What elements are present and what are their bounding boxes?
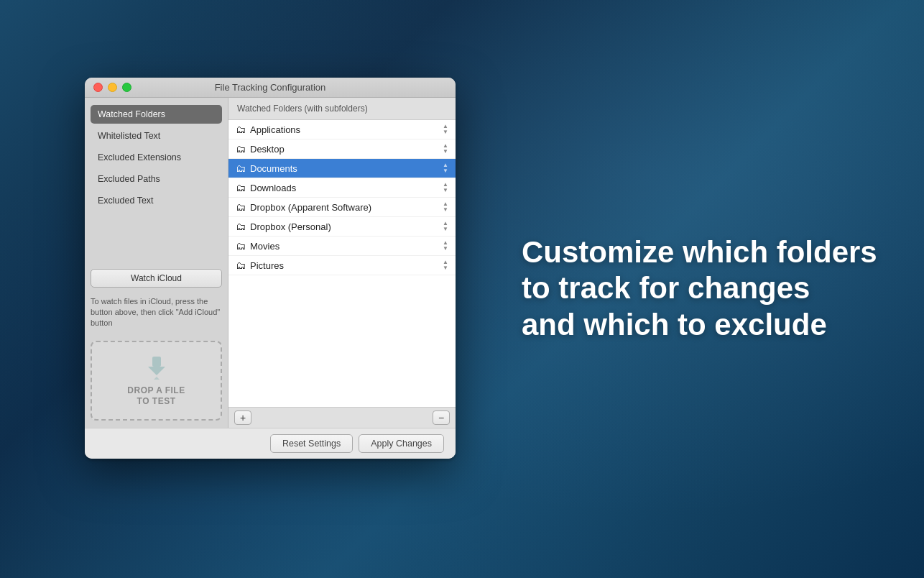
folder-item-desktop[interactable]: 🗂 Desktop ▲ ▼ [228, 139, 456, 159]
remove-folder-button[interactable]: − [433, 410, 450, 425]
window-title: File Tracking Configuration [215, 82, 326, 93]
stepper[interactable]: ▲ ▼ [443, 182, 448, 193]
sidebar-item-whitelisted-text[interactable]: Whitelisted Text [91, 127, 222, 145]
stepper[interactable]: ▲ ▼ [443, 260, 448, 271]
svg-rect-0 [152, 357, 161, 367]
folder-item-downloads[interactable]: 🗂 Downloads ▲ ▼ [228, 178, 456, 198]
drop-zone-text: DROP A FILE TO TEST [127, 385, 185, 408]
window-footer: Reset Settings Apply Changes [85, 428, 456, 459]
folder-item-dropbox-apparent[interactable]: 🗂 Dropbox (Apparent Software) ▲ ▼ [228, 198, 456, 217]
folder-item-movies[interactable]: 🗂 Movies ▲ ▼ [228, 237, 456, 256]
drop-zone[interactable]: DROP A FILE TO TEST [91, 341, 222, 421]
minimize-button[interactable] [108, 83, 117, 92]
folder-item-documents[interactable]: 🗂 Documents ▲ ▼ [228, 159, 456, 178]
close-button[interactable] [93, 83, 103, 92]
sidebar-item-excluded-paths[interactable]: Excluded Paths [91, 170, 222, 188]
maximize-button[interactable] [122, 83, 131, 92]
hero-heading: Customize which folders to track for cha… [522, 234, 881, 343]
drop-icon [144, 354, 170, 380]
stepper[interactable]: ▲ ▼ [443, 221, 448, 232]
traffic-lights [93, 83, 131, 92]
icloud-hint: To watch files in iCloud, press the butt… [91, 296, 222, 329]
sidebar-item-excluded-extensions[interactable]: Excluded Extensions [91, 148, 222, 167]
stepper[interactable]: ▲ ▼ [443, 162, 448, 174]
folder-item-applications[interactable]: 🗂 Applications ▲ ▼ [228, 120, 456, 139]
folder-icon: 🗂 [236, 201, 246, 213]
sidebar-item-watched-folders[interactable]: Watched Folders [91, 105, 222, 124]
main-window: File Tracking Configuration Watched Fold… [85, 78, 456, 459]
main-content: Watched Folders (with subfolders) 🗂 Appl… [228, 98, 456, 428]
folder-icon: 🗂 [236, 221, 246, 232]
svg-marker-2 [154, 377, 160, 380]
apply-changes-button[interactable]: Apply Changes [359, 434, 444, 453]
folder-icon: 🗂 [236, 162, 246, 174]
folder-icon: 🗂 [236, 124, 246, 135]
hero-text-block: Customize which folders to track for cha… [522, 234, 881, 343]
folder-list: 🗂 Applications ▲ ▼ 🗂 Desktop ▲ [228, 120, 456, 407]
stepper[interactable]: ▲ ▼ [443, 124, 448, 135]
sidebar-spacer [91, 213, 222, 260]
reset-settings-button[interactable]: Reset Settings [270, 434, 353, 453]
folder-icon: 🗂 [236, 182, 246, 193]
add-folder-button[interactable]: + [234, 410, 251, 425]
folder-item-pictures[interactable]: 🗂 Pictures ▲ ▼ [228, 256, 456, 275]
titlebar: File Tracking Configuration [85, 78, 456, 98]
sidebar: Watched Folders Whitelisted Text Exclude… [85, 98, 228, 428]
folder-icon: 🗂 [236, 240, 246, 252]
folder-icon: 🗂 [236, 143, 246, 155]
list-toolbar: + − [228, 407, 456, 428]
folder-list-header: Watched Folders (with subfolders) [228, 98, 456, 120]
window-body: Watched Folders Whitelisted Text Exclude… [85, 98, 456, 428]
stepper[interactable]: ▲ ▼ [443, 240, 448, 252]
stepper[interactable]: ▲ ▼ [443, 201, 448, 213]
folder-item-dropbox-personal[interactable]: 🗂 Dropbox (Personal) ▲ ▼ [228, 217, 456, 237]
sidebar-item-excluded-text[interactable]: Excluded Text [91, 191, 222, 210]
watch-icloud-button[interactable]: Watch iCloud [91, 269, 222, 288]
folder-icon: 🗂 [236, 260, 246, 271]
stepper[interactable]: ▲ ▼ [443, 143, 448, 155]
svg-marker-1 [148, 367, 165, 375]
